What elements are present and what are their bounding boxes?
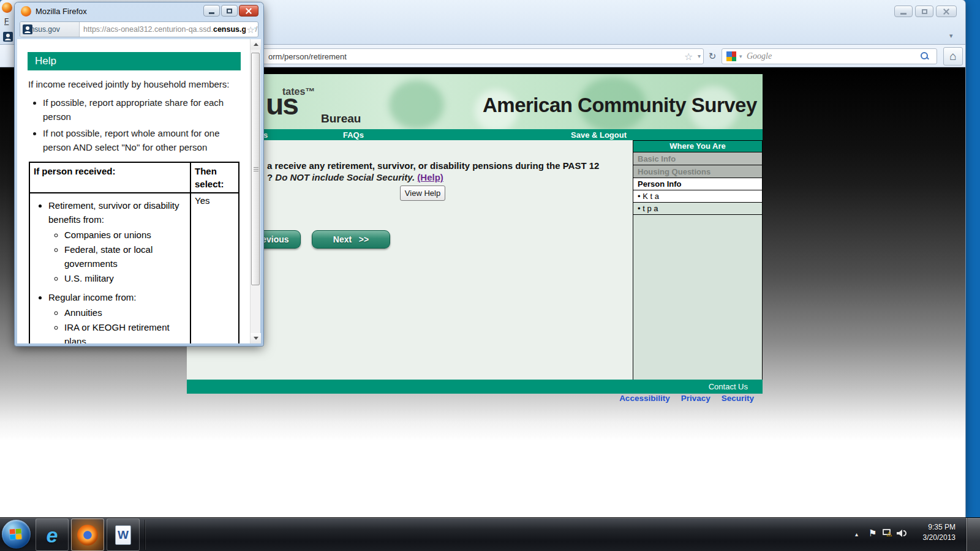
system-tray: ▴ ⚑ ⚠ 9:35 PM 3/20/2013	[850, 518, 967, 551]
minimize-icon	[900, 13, 907, 15]
sidebar-item-person-2[interactable]: • t p a	[633, 203, 763, 215]
next-button[interactable]: Next >>	[312, 230, 390, 249]
desktop-screen: ▾ F orm/person/retirement ☆ ▾ ↻ ▾ ⌂	[0, 0, 980, 551]
home-icon: ⌂	[949, 50, 956, 63]
sidebar-filler	[633, 215, 763, 380]
taskbar-separator	[145, 520, 145, 550]
popup-maximize-button[interactable]	[221, 5, 238, 17]
url-text[interactable]: orm/person/retirement	[268, 52, 347, 61]
arrow-down-icon	[254, 337, 258, 340]
home-button[interactable]: ⌂	[943, 47, 963, 66]
contact-us-bar: Contact Us	[187, 380, 763, 394]
warning-icon: ⚠	[886, 530, 892, 538]
maximize-icon	[922, 9, 927, 14]
sidebar-item-person-info[interactable]: Person Info	[633, 178, 763, 190]
chevron-down-icon[interactable]: ▾	[949, 32, 953, 40]
sidebar-item-basic-info: Basic Info	[633, 152, 763, 165]
scroll-down-button[interactable]	[251, 333, 261, 343]
taskbar-firefox-active[interactable]	[71, 519, 104, 551]
sidebar-item-person-1[interactable]: • K t a	[633, 190, 763, 203]
arrow-up-icon	[254, 43, 258, 46]
banner-crowd-art	[389, 80, 444, 129]
help-link[interactable]: (Help)	[417, 172, 443, 182]
survey-body: a receive any retirement, survivor, or d…	[187, 140, 763, 380]
help-content: Help If income received jointly by house…	[17, 39, 251, 343]
table-group-label: Retirement, survivor or disability benef…	[48, 198, 190, 285]
close-icon	[246, 8, 252, 14]
speaker-icon	[897, 530, 902, 537]
group-label-text: Retirement, survivor or disability benef…	[48, 200, 179, 225]
nav-save-logout[interactable]: Save & Logout	[571, 130, 627, 140]
census-logo-fragment-bureau: Bureau	[321, 112, 361, 126]
taskbar-internet-explorer[interactable]: e	[36, 519, 69, 551]
table-bullet-list: Retirement, survivor or disability benef…	[30, 198, 190, 343]
security-link[interactable]: Security	[722, 394, 754, 407]
table-sub-item: IRA or KEOGH retirement plans	[64, 320, 190, 343]
question-line2: ? Do NOT include Social Security. (Help)	[267, 172, 443, 182]
census-logo-fragment-big: us	[266, 90, 298, 119]
survey-navbar: ns FAQs Save & Logout	[187, 129, 763, 140]
reload-icon: ↻	[709, 51, 717, 62]
popup-scrollbar[interactable]	[250, 39, 260, 343]
popup-close-button[interactable]	[239, 5, 258, 17]
question-note: Do NOT include Social Security.	[275, 172, 417, 182]
help-intro-text: If income received jointly by household …	[28, 79, 251, 89]
search-bar[interactable]: ▾	[722, 48, 937, 64]
scrollbar-thumb[interactable]	[251, 53, 260, 285]
file-menu-fragment[interactable]: F	[4, 17, 9, 26]
site-identity-button[interactable]: census.gov	[20, 22, 80, 37]
popup-titlebar[interactable]: Mozilla Firefox	[15, 2, 263, 20]
word-letter: W	[118, 528, 129, 542]
page-top-strip	[187, 69, 763, 74]
sidebar-title: Where You Are	[633, 140, 763, 152]
internet-explorer-icon: e	[47, 525, 58, 545]
google-engine-icon[interactable]	[726, 51, 736, 61]
table-sub-item: Companies or unions	[64, 228, 190, 242]
bookmark-star-icon[interactable]: ☆	[246, 24, 255, 36]
site-identity-icon[interactable]	[3, 32, 13, 42]
help-table: If person received: Then select: Retirem…	[29, 162, 239, 343]
table-group-label: Regular income from: Annuities IRA or KE…	[48, 290, 190, 343]
help-bullet: If not possible, report whole amount for…	[43, 126, 243, 154]
table-header-received: If person received:	[29, 162, 190, 193]
privacy-link[interactable]: Privacy	[681, 394, 710, 407]
accessibility-link[interactable]: Accessibility	[619, 394, 670, 407]
popup-url-bar[interactable]: census.gov https://acs-oneal312.centurio…	[20, 21, 258, 37]
reload-button[interactable]: ↻	[706, 48, 719, 64]
search-icon[interactable]	[921, 52, 929, 61]
main-maximize-button[interactable]	[915, 6, 933, 17]
footer-links: Accessibility Privacy Security	[187, 394, 763, 407]
popup-minimize-button[interactable]	[203, 5, 220, 17]
popup-url-text[interactable]: https://acs-oneal312.centurion-qa.ssd.ce…	[83, 25, 257, 34]
show-desktop-button[interactable]	[967, 518, 980, 551]
main-minimize-button[interactable]	[894, 6, 913, 17]
engine-dropdown-icon[interactable]: ▾	[739, 53, 742, 59]
speaker-wave-icon	[903, 530, 907, 536]
popup-window-title: Mozilla Firefox	[36, 7, 87, 16]
help-bullet: If possible, report appropriate share fo…	[43, 96, 243, 124]
table-header-select: Then select:	[190, 162, 239, 193]
table-sub-item: Annuities	[64, 305, 190, 320]
view-help-button[interactable]: View Help	[400, 186, 445, 201]
url-dropdown-icon[interactable]: ▾	[698, 53, 701, 59]
taskbar-word[interactable]: W	[107, 519, 140, 551]
taskbar-clock[interactable]: 9:35 PM 3/20/2013	[913, 522, 956, 543]
bookmark-star-icon[interactable]: ☆	[684, 51, 693, 62]
main-close-button[interactable]	[936, 6, 957, 17]
scrollbar-grip	[254, 167, 258, 172]
question-mark: ?	[267, 172, 275, 182]
nav-faqs[interactable]: FAQs	[343, 130, 364, 140]
help-bullet-list: If possible, report appropriate share fo…	[27, 96, 243, 154]
contact-us-link[interactable]: Contact Us	[709, 382, 748, 391]
show-hidden-icons-button[interactable]: ▴	[855, 531, 858, 538]
url-slash: /	[255, 25, 257, 34]
search-input[interactable]	[747, 50, 900, 63]
network-status-icon[interactable]: ⚠	[883, 528, 894, 538]
volume-icon[interactable]	[897, 528, 908, 538]
start-button[interactable]	[2, 520, 31, 549]
close-icon	[943, 9, 949, 15]
scroll-up-button[interactable]	[251, 39, 261, 50]
action-center-flag-icon[interactable]: ⚑	[869, 528, 876, 539]
maximize-icon	[227, 9, 232, 13]
question-line1: a receive any retirement, survivor, or d…	[267, 160, 599, 171]
